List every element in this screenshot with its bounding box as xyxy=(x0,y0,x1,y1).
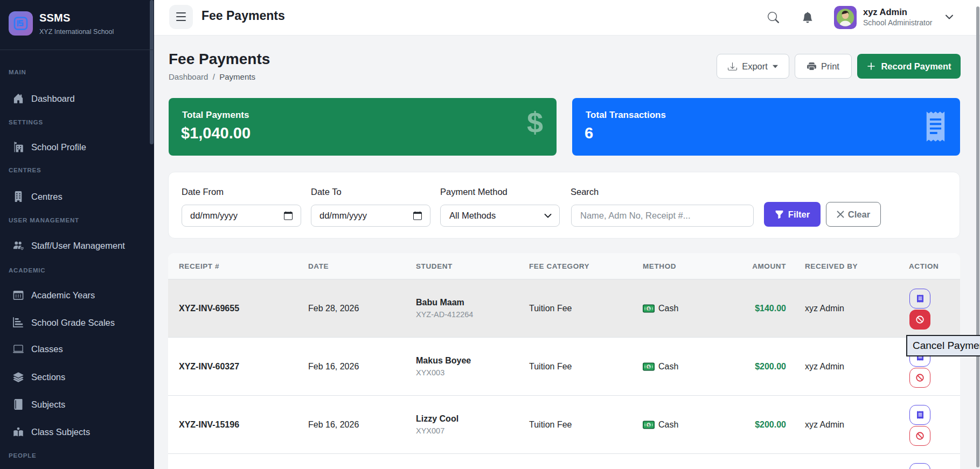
svg-text:$: $ xyxy=(648,422,650,427)
svg-text:$: $ xyxy=(648,306,650,311)
svg-text:$: $ xyxy=(648,364,650,369)
